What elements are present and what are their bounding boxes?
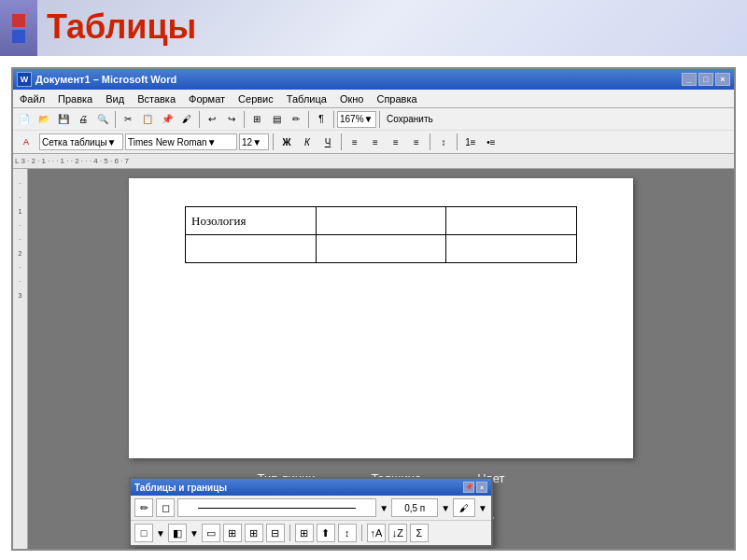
print-icon[interactable]: 🖨: [74, 110, 92, 129]
underline-icon[interactable]: Ч: [318, 133, 337, 151]
font-color-icon[interactable]: A: [15, 133, 37, 151]
merge-cells-icon[interactable]: ⊟: [266, 524, 285, 542]
slide-title: Таблицы: [47, 7, 196, 47]
document-table: Нозология: [185, 206, 577, 263]
paste-icon[interactable]: 📌: [158, 110, 176, 129]
align-left-icon[interactable]: ≡: [345, 133, 364, 151]
table-cell-2: [316, 207, 446, 235]
dropdown-arrow-color[interactable]: ▼: [478, 503, 487, 513]
menu-service[interactable]: Сервис: [235, 92, 276, 105]
format-sep-4: [457, 133, 458, 150]
cut-icon[interactable]: ✂: [119, 110, 137, 129]
document-area: · · 1 · · 2 · · 3 Нозология: [13, 169, 734, 549]
distribute-rows-icon[interactable]: ↕: [338, 524, 357, 542]
dialog-close-area: 📌 ×: [463, 482, 487, 493]
dlg-sep-2: [361, 525, 362, 541]
ruler-mark-9: 3: [19, 292, 22, 299]
columns-icon[interactable]: ▤: [267, 110, 286, 129]
sort-desc-icon[interactable]: ↓Z: [388, 524, 407, 542]
drawing-icon[interactable]: ✏: [287, 110, 305, 129]
style-dropdown[interactable]: Сетка таблицы▼: [39, 133, 123, 150]
format-painter-icon[interactable]: 🖌: [177, 110, 196, 129]
show-hide-icon[interactable]: ¶: [312, 110, 331, 129]
line-spacing-icon[interactable]: ↕: [434, 133, 453, 151]
line-style-display[interactable]: [177, 498, 376, 517]
horizontal-ruler: L 3 · 2 · 1 · · · 1 · · 2 · · · 4 · 5 · …: [13, 154, 734, 169]
accent-square-blue: [12, 30, 25, 43]
font-dropdown[interactable]: Times New Roman▼: [125, 133, 237, 150]
table-cell-5: [316, 235, 446, 263]
dialog-close-button[interactable]: ×: [476, 482, 487, 493]
bullets-icon[interactable]: •≡: [482, 133, 500, 151]
ruler-mark-4: ·: [20, 222, 21, 229]
minimize-button[interactable]: _: [682, 73, 697, 86]
table-cell-1[interactable]: Нозология: [186, 207, 317, 235]
inside-borders-icon[interactable]: ⊞: [245, 524, 263, 542]
align-top-icon[interactable]: ⬆: [317, 524, 335, 542]
redo-icon[interactable]: ↪: [222, 110, 241, 129]
format-sep-2: [341, 133, 342, 150]
dialog-pin-button[interactable]: 📌: [463, 482, 474, 493]
size-dropdown[interactable]: 12▼: [239, 133, 269, 150]
italic-icon[interactable]: К: [298, 133, 317, 151]
menu-insert[interactable]: Вставка: [134, 92, 178, 105]
dropdown-arrow-shading[interactable]: ▼: [190, 528, 199, 539]
sort-asc-icon[interactable]: ↑A: [367, 524, 386, 542]
line-thickness-display[interactable]: 0,5 п: [391, 498, 438, 517]
save-label[interactable]: Сохранить: [383, 114, 437, 124]
table-row-1: Нозология: [186, 207, 577, 235]
menu-format[interactable]: Формат: [186, 92, 228, 105]
align-right-icon[interactable]: ≡: [387, 133, 405, 151]
bold-icon[interactable]: Ж: [277, 133, 296, 151]
all-borders-icon[interactable]: ⊞: [223, 524, 242, 542]
format-toolbar: A Сетка таблицы▼ Times New Roman▼ 12▼ Ж …: [13, 131, 734, 153]
dropdown-arrow-thickness[interactable]: ▼: [441, 503, 450, 513]
slide-header: Таблицы: [0, 0, 747, 56]
dialog-title-bar: Таблицы и границы 📌 ×: [131, 479, 491, 496]
tables-icon[interactable]: ⊞: [247, 110, 266, 129]
shading-icon[interactable]: ◧: [168, 524, 187, 542]
close-button[interactable]: ×: [715, 73, 730, 86]
paint-icon: 🖌: [459, 503, 469, 513]
line-preview: [198, 508, 356, 509]
new-doc-icon[interactable]: 📄: [15, 110, 34, 129]
dropdown-arrow-line[interactable]: ▼: [379, 503, 388, 513]
outside-borders-icon[interactable]: □: [134, 524, 153, 542]
align-center-icon[interactable]: ≡: [366, 133, 385, 151]
draw-table-icon[interactable]: ✏: [134, 498, 153, 517]
ruler-mark-6: 2: [19, 250, 22, 257]
dialog-toolbar-1: ✏ ◻ ▼ 0,5 п ▼ 🖌 ▼: [131, 496, 491, 521]
menu-file[interactable]: Файл: [17, 92, 48, 105]
table-cell-6: [446, 235, 577, 263]
dropdown-arrow-border[interactable]: ▼: [156, 528, 165, 539]
menu-help[interactable]: Справка: [374, 92, 419, 105]
erase-icon[interactable]: ◻: [156, 498, 175, 517]
copy-icon[interactable]: 📋: [138, 110, 157, 129]
document-scroll[interactable]: Нозология Тип линии Толщина Цвет: [28, 169, 734, 549]
no-border-icon[interactable]: ▭: [202, 524, 220, 542]
dlg-sep-1: [289, 525, 290, 541]
menu-view[interactable]: Вид: [103, 92, 127, 105]
separator-5: [333, 111, 334, 128]
save-icon[interactable]: 💾: [54, 110, 73, 129]
autosum-icon[interactable]: Σ: [410, 524, 429, 542]
open-icon[interactable]: 📂: [35, 110, 53, 129]
menu-edit[interactable]: Правка: [55, 92, 95, 105]
menu-window[interactable]: Окно: [337, 92, 367, 105]
accent-bar: [0, 0, 37, 56]
separator-2: [199, 111, 200, 128]
border-color-button[interactable]: 🖌: [453, 498, 475, 517]
separator-4: [308, 111, 309, 128]
undo-icon[interactable]: ↩: [203, 110, 221, 129]
word-window: W Документ1 – Microsoft Word _ □ × Файл …: [11, 67, 736, 551]
font-value: Times New Roman: [128, 137, 207, 147]
menu-table[interactable]: Таблица: [284, 92, 330, 105]
word-app-icon: W: [17, 72, 32, 87]
style-value: Сетка таблицы: [42, 137, 107, 147]
numbering-icon[interactable]: 1≡: [461, 133, 480, 151]
align-justify-icon[interactable]: ≡: [407, 133, 426, 151]
maximize-button[interactable]: □: [698, 73, 713, 86]
preview-icon[interactable]: 🔍: [93, 110, 112, 129]
zoom-dropdown[interactable]: 167%▼: [337, 111, 376, 128]
split-cells-icon[interactable]: ⊞: [295, 524, 314, 542]
